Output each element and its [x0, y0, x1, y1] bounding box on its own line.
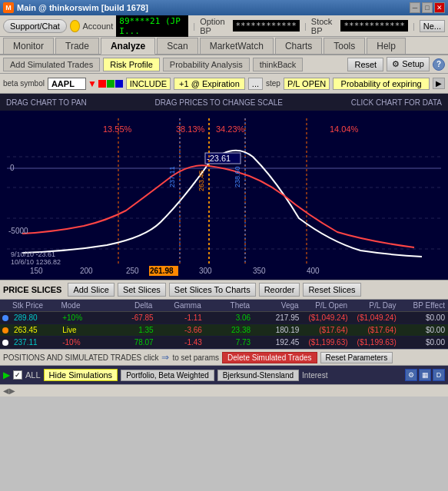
- col-pl-open: P/L Open: [302, 300, 350, 311]
- reset-button[interactable]: Reset: [347, 58, 383, 71]
- cell-gamma-2: -3.66: [157, 324, 205, 336]
- status-bar: ◀ ▶: [0, 384, 448, 396]
- cell-mode-3: -10%: [59, 337, 108, 348]
- chart-area[interactable]: 13.55% 38.13% 34.23% 14.04% -23.61 0 -50…: [0, 111, 448, 280]
- tab-analyze[interactable]: Analyze: [101, 38, 155, 55]
- set-slices-button[interactable]: Set Slices: [118, 283, 166, 297]
- click-chart-text: CLICK CHART FOR DATA: [351, 98, 442, 107]
- cell-mode-1: +10%: [59, 312, 108, 323]
- title-text: Main @ thinkorswim [build 1678]: [17, 3, 148, 12]
- svg-text:0: 0: [10, 164, 15, 172]
- help-icon[interactable]: ?: [433, 58, 445, 71]
- include-button[interactable]: INCLUDE: [126, 78, 171, 90]
- cell-delta-3: 78.07: [108, 337, 156, 348]
- color-green[interactable]: [107, 80, 114, 88]
- expiry-button[interactable]: +1 @ Expiration: [174, 78, 245, 90]
- play-button[interactable]: ▶: [3, 370, 10, 380]
- portfolio-button[interactable]: Portfolio, Beta Weighted: [121, 370, 214, 381]
- cell-pl-day-2: ($17.64): [351, 324, 400, 336]
- tab-scan[interactable]: Scan: [157, 38, 197, 54]
- table-row[interactable]: 289.80 +10% -67.85 -1.11 3.06 217.95 ($1…: [0, 312, 448, 324]
- cell-price-3: 237.11: [11, 337, 59, 348]
- tab-charts[interactable]: Charts: [275, 38, 322, 54]
- tab-monitor[interactable]: Monitor: [3, 38, 54, 54]
- col-mode: Mode: [58, 300, 106, 311]
- bottom-icon-1[interactable]: ⚙: [405, 369, 417, 381]
- reorder-button[interactable]: Reorder: [259, 283, 300, 297]
- close-button[interactable]: ✕: [434, 2, 445, 13]
- table-row[interactable]: 263.45 Live 1.35 -3.66 23.38 180.19 ($17…: [0, 324, 448, 337]
- tab-tools[interactable]: Tools: [324, 38, 365, 54]
- reset-params-button[interactable]: Reset Parameters: [320, 352, 393, 363]
- col-vega: Vega: [253, 300, 301, 311]
- nav-tabs: Monitor Trade Analyze Scan MarketWatch C…: [0, 37, 448, 55]
- cell-pl-day-1: ($1,049.24): [351, 312, 400, 323]
- cell-price-1: 289.80: [11, 312, 59, 323]
- symbol-box: ▼: [48, 78, 123, 90]
- subtab-risk-profile[interactable]: Risk Profile: [103, 58, 160, 71]
- cell-delta-1: -67.85: [108, 312, 156, 323]
- col-stk-price: Stk Price: [9, 300, 58, 311]
- cell-bp-3: $0.00: [400, 337, 448, 348]
- support-chat-button[interactable]: Support/Chat: [3, 19, 67, 33]
- tab-marketwatch[interactable]: MarketWatch: [200, 38, 274, 54]
- positions-text: POSITIONS AND SIMULATED TRADES click: [3, 353, 158, 362]
- prob-button[interactable]: Probability of expiring: [333, 78, 430, 90]
- symbol-input[interactable]: [48, 78, 86, 90]
- add-slice-button[interactable]: Add Slice: [68, 283, 114, 297]
- symbol-dropdown-icon[interactable]: ▼: [88, 78, 97, 89]
- svg-text:9/10/10  -23.61: 9/10/10 -23.61: [11, 250, 55, 258]
- color-red[interactable]: [98, 80, 106, 88]
- row-dot-white: [2, 340, 8, 346]
- color-boxes: [98, 80, 123, 88]
- chart-svg: 13.55% 38.13% 34.23% 14.04% -23.61 0 -50…: [0, 111, 448, 280]
- separator3: |: [413, 22, 415, 31]
- bottom-icon-3[interactable]: D: [433, 369, 445, 381]
- svg-text:261.98: 261.98: [150, 267, 174, 275]
- all-label: ALL: [25, 370, 41, 380]
- subtab-probability[interactable]: Probability Analysis: [163, 58, 250, 71]
- ne-button[interactable]: Ne...: [420, 20, 445, 32]
- set-slices-to-charts-button[interactable]: Set Slices To Charts: [169, 283, 256, 297]
- separator: |: [193, 22, 195, 31]
- toolbar-main: Support/Chat Account 89****21 (JP I... |…: [0, 15, 448, 37]
- step-label: step: [266, 79, 280, 88]
- delete-simulated-button[interactable]: Delete Simulated Trades: [222, 352, 317, 363]
- bottom-icon-2[interactable]: ▦: [419, 369, 431, 381]
- status-arrow-left[interactable]: ◀: [3, 386, 9, 395]
- subtab-thinkback[interactable]: thinkBack: [253, 58, 304, 71]
- right-arrow-button[interactable]: ▶: [433, 78, 445, 89]
- cell-gamma-3: -1.43: [157, 337, 205, 348]
- table-row[interactable]: 237.11 -10% 78.07 -1.43 7.73 192.45 ($1,…: [0, 337, 448, 349]
- svg-text:263.45: 263.45: [197, 170, 205, 191]
- bjer-button[interactable]: Bjerksund-Stensland: [217, 370, 299, 381]
- cell-price-2: 263.45: [11, 324, 59, 336]
- tab-trade[interactable]: Trade: [55, 38, 99, 54]
- all-checkbox[interactable]: ✓: [13, 370, 22, 380]
- hide-simulations-button[interactable]: Hide Simulations: [44, 369, 118, 381]
- cell-bp-1: $0.00: [400, 312, 448, 323]
- subtab-add-simulated[interactable]: Add Simulated Trades: [3, 58, 100, 71]
- minimize-button[interactable]: ─: [410, 2, 420, 13]
- beta-symbol-label: beta symbol: [3, 79, 45, 88]
- tab-help[interactable]: Help: [367, 38, 406, 54]
- setup-button[interactable]: ⚙ Setup: [387, 57, 430, 71]
- pl-open-button[interactable]: P/L OPEN: [284, 78, 330, 90]
- price-slices-table: Stk Price Mode Delta Gamma Theta Vega P/…: [0, 300, 448, 349]
- window-controls[interactable]: ─ □ ✕: [410, 2, 445, 13]
- stock-bp-label: Stock BP: [311, 17, 338, 35]
- reset-slices-button[interactable]: Reset Slices: [303, 283, 360, 297]
- color-blue[interactable]: [115, 80, 123, 88]
- cell-mode-2: Live: [59, 324, 108, 336]
- col-gamma: Gamma: [155, 300, 204, 311]
- price-slices-header: PRICE SLICES Add Slice Set Slices Set Sl…: [0, 280, 448, 300]
- svg-text:250: 250: [126, 267, 139, 275]
- cell-pl-day-3: ($1,199.63): [351, 337, 400, 348]
- cell-theta-1: 3.06: [205, 312, 254, 323]
- set-params-icon[interactable]: ⇒: [161, 352, 169, 363]
- cell-gamma-1: -1.11: [157, 312, 205, 323]
- interest-label: Interest: [302, 371, 327, 380]
- dots-button[interactable]: ...: [248, 78, 263, 90]
- status-arrow-right[interactable]: ▶: [9, 386, 15, 395]
- maximize-button[interactable]: □: [422, 2, 433, 13]
